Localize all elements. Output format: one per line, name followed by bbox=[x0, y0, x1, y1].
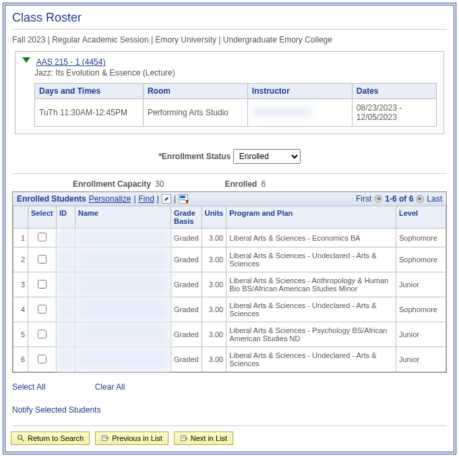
enrollment-status-row: *Enrollment Status Enrolled bbox=[5, 141, 454, 172]
enrollment-stats: Enrollment Capacity 30 Enrolled 6 bbox=[5, 175, 454, 191]
row-checkbox[interactable] bbox=[38, 305, 47, 314]
row-units: 3.00 bbox=[202, 297, 226, 322]
row-units: 3.00 bbox=[202, 229, 226, 247]
notify-students-link[interactable]: Notify Selected Students bbox=[12, 405, 100, 415]
roster-table: Select ID Name Grade Basis Units Program… bbox=[13, 206, 446, 372]
separator: | bbox=[157, 194, 159, 204]
row-checkbox[interactable] bbox=[38, 330, 47, 338]
col-program: Program and Plan bbox=[226, 206, 396, 229]
return-label: Return to Search bbox=[28, 434, 84, 442]
grid-toolbar: Enrolled Students Personalize | Find | ⬈… bbox=[13, 192, 446, 206]
row-name bbox=[75, 347, 171, 372]
col-units: Units bbox=[202, 206, 226, 229]
divider bbox=[12, 29, 447, 30]
col-dates: Dates bbox=[352, 84, 436, 99]
grid-title: Enrolled Students bbox=[17, 194, 86, 204]
room: Performing Arts Studio bbox=[143, 99, 247, 127]
last-link[interactable]: Last bbox=[427, 194, 442, 204]
row-id bbox=[57, 247, 75, 272]
dates: 08/23/2023 - 12/05/2023 bbox=[352, 99, 436, 127]
course-description: Jazz: Its Evolution & Essence (Lecture) bbox=[34, 67, 437, 83]
divider bbox=[12, 425, 447, 426]
row-program: Liberal Arts & Sciences - Psychology BS/… bbox=[226, 322, 396, 347]
row-id bbox=[57, 297, 75, 322]
prev-page-icon[interactable]: ◄ bbox=[374, 195, 382, 203]
enrollment-status-select[interactable]: Enrolled bbox=[233, 149, 301, 164]
col-name: Name bbox=[75, 206, 171, 229]
first-link[interactable]: First bbox=[356, 194, 371, 204]
collapse-icon[interactable] bbox=[22, 57, 30, 63]
row-program: Liberal Arts & Sciences - Anthropology &… bbox=[226, 272, 396, 297]
next-page-icon[interactable]: ► bbox=[416, 195, 424, 203]
enrolled-label: Enrolled bbox=[224, 179, 257, 189]
download-icon[interactable]: ▾ bbox=[179, 194, 188, 204]
svg-marker-5 bbox=[106, 438, 109, 440]
row-name bbox=[75, 229, 171, 247]
row-select-cell bbox=[28, 247, 57, 272]
row-checkbox[interactable] bbox=[38, 233, 47, 241]
row-grade: Graded bbox=[171, 322, 202, 347]
row-grade: Graded bbox=[171, 347, 202, 372]
row-units: 3.00 bbox=[202, 272, 226, 297]
row-number: 5 bbox=[13, 322, 28, 347]
col-select: Select bbox=[28, 206, 57, 229]
row-checkbox[interactable] bbox=[38, 355, 47, 363]
return-to-search-button[interactable]: Return to Search bbox=[11, 432, 90, 445]
row-program: Liberal Arts & Sciences - Economics BA bbox=[226, 229, 396, 247]
row-id bbox=[57, 272, 75, 297]
row-units: 3.00 bbox=[202, 322, 226, 347]
row-level: Junior bbox=[396, 347, 446, 372]
search-icon bbox=[17, 434, 25, 442]
instructor bbox=[247, 99, 352, 127]
row-number: 6 bbox=[13, 347, 28, 372]
divider bbox=[12, 173, 447, 174]
schedule-table: Days and Times Room Instructor Dates TuT… bbox=[34, 83, 437, 127]
table-row: 6 Graded3.00Liberal Arts & Sciences - Un… bbox=[13, 347, 446, 372]
course-link[interactable]: AAS 215 - 1 (4454) bbox=[36, 57, 106, 67]
enrolled-value: 6 bbox=[261, 179, 266, 189]
bottom-buttons: Return to Search Previous in List Next i… bbox=[5, 427, 454, 452]
personalize-link[interactable]: Personalize bbox=[89, 194, 131, 204]
row-select-cell bbox=[28, 272, 57, 297]
col-level: Level bbox=[396, 206, 446, 229]
row-name bbox=[75, 272, 171, 297]
table-row: 2 Graded3.00Liberal Arts & Sciences - Un… bbox=[13, 247, 446, 272]
row-select-cell bbox=[28, 322, 57, 347]
separator: | bbox=[133, 194, 135, 204]
row-grade: Graded bbox=[171, 297, 202, 322]
session-info: Fall 2023 | Regular Academic Session | E… bbox=[5, 31, 454, 49]
row-number: 2 bbox=[13, 247, 28, 272]
row-number: 4 bbox=[13, 297, 28, 322]
clear-all-link[interactable]: Clear All bbox=[95, 382, 125, 392]
row-checkbox[interactable] bbox=[38, 280, 47, 289]
capacity-value: 30 bbox=[155, 179, 164, 189]
row-level: Sophomore bbox=[396, 229, 446, 247]
next-in-list-button[interactable]: Next in List bbox=[174, 432, 233, 445]
prev-label: Previous in List bbox=[112, 434, 162, 442]
row-grade: Graded bbox=[171, 229, 202, 247]
row-level: Sophomore bbox=[396, 297, 446, 322]
previous-in-list-button[interactable]: Previous in List bbox=[95, 432, 169, 445]
row-level: Junior bbox=[396, 322, 446, 347]
table-row: 1 Graded3.00Liberal Arts & Sciences - Ec… bbox=[13, 229, 446, 247]
row-level: Junior bbox=[396, 272, 446, 297]
page-range: 1-6 of 6 bbox=[385, 194, 413, 204]
svg-marker-9 bbox=[185, 438, 187, 440]
zoom-icon[interactable]: ⬈ bbox=[162, 194, 171, 204]
row-name bbox=[75, 322, 171, 347]
row-id bbox=[57, 347, 75, 372]
col-rownum bbox=[13, 206, 28, 229]
action-links: Select All Clear All bbox=[5, 373, 454, 401]
row-program: Liberal Arts & Sciences - Undeclared - A… bbox=[226, 297, 396, 322]
separator: | bbox=[174, 194, 176, 204]
svg-line-1 bbox=[22, 439, 24, 442]
roster-grid: Enrolled Students Personalize | Find | ⬈… bbox=[12, 191, 447, 373]
row-checkbox[interactable] bbox=[38, 255, 47, 264]
col-room: Room bbox=[143, 84, 247, 99]
row-units: 3.00 bbox=[202, 347, 226, 372]
col-instructor: Instructor bbox=[247, 84, 352, 99]
next-label: Next in List bbox=[191, 434, 227, 442]
select-all-link[interactable]: Select All bbox=[12, 382, 45, 392]
row-id bbox=[57, 322, 75, 347]
find-link[interactable]: Find bbox=[139, 194, 154, 204]
